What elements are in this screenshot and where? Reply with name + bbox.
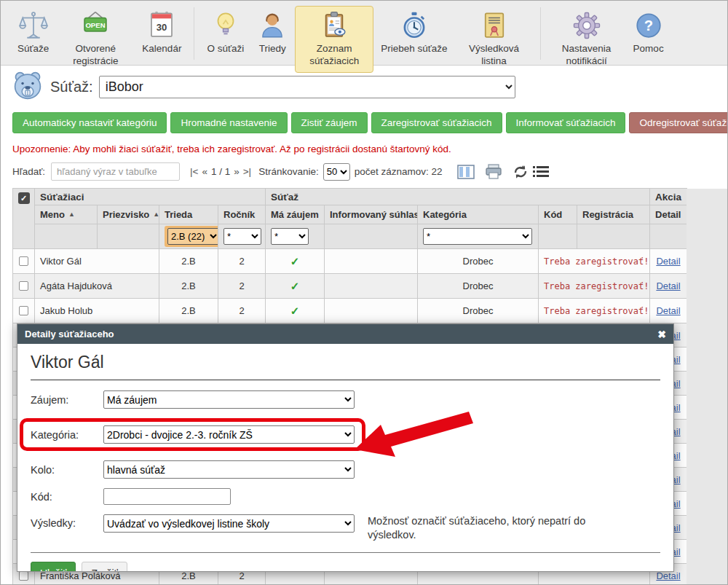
prev-page-button[interactable]: «: [202, 166, 207, 177]
person-icon: [257, 9, 288, 42]
toolbar-item-nastavenia-notifikacii[interactable]: Nastavenia notifikácií: [547, 6, 626, 73]
kolo-label: Kolo:: [31, 464, 103, 476]
search-label: Hľadať:: [12, 166, 45, 177]
cell-name: Jakub Holub: [35, 299, 159, 323]
select-all-checkbox[interactable]: ✓: [18, 192, 30, 204]
detail-link[interactable]: Detail: [656, 256, 680, 267]
toolbar-item-label: Pomoc: [633, 43, 664, 55]
sort-asc-icon: ▲: [153, 211, 159, 218]
column-header-meno[interactable]: Meno▲: [35, 205, 98, 224]
page-background: [687, 189, 727, 584]
column-header-suhlas[interactable]: Informovaný súhlas: [325, 205, 418, 224]
first-page-button[interactable]: |<: [190, 166, 198, 177]
kategoria-label: Kategória:: [31, 429, 103, 441]
bulk-settings-button[interactable]: Hromadné nastavenie: [170, 112, 287, 133]
columns-icon[interactable]: [457, 165, 475, 179]
toolbar-item-o-sutazi[interactable]: O súťaži: [201, 6, 250, 60]
trieda-filter-select[interactable]: 2.B (22): [167, 228, 218, 245]
column-header-kod[interactable]: Kód: [539, 205, 577, 224]
svg-text:30: 30: [157, 22, 167, 33]
last-page-button[interactable]: >|: [243, 166, 251, 177]
cell-ma-zaujem: ✓: [266, 249, 325, 274]
check-interest-button[interactable]: Zistiť záujem: [291, 112, 368, 133]
column-header-rocnik[interactable]: Ročník: [218, 205, 266, 224]
row-checkbox[interactable]: [19, 256, 28, 266]
unregister-contestants-button[interactable]: Odregistrovať súťažiacich: [629, 112, 728, 133]
competition-label: Súťaž:: [50, 79, 93, 95]
sort-asc-icon: ▲: [68, 211, 75, 218]
cell-kategoria: Drobec: [418, 299, 539, 323]
toolbar-item-pomoc[interactable]: ? Pomoc: [628, 6, 670, 60]
row-checkbox[interactable]: [19, 571, 28, 581]
table-row: Jakub Holub2.B2✓DrobecTreba zaregistrova…: [13, 299, 687, 323]
ma-zaujem-filter-select[interactable]: *: [271, 228, 309, 245]
modal-body: Viktor Gál Záujem: Má záujem Kategória: …: [17, 344, 673, 572]
toolbar-divider: [540, 7, 541, 60]
row-checkbox[interactable]: [19, 306, 28, 315]
column-header-kategoria[interactable]: Kategória: [418, 205, 539, 224]
toolbar-item-label: Nastavenia notifikácií: [553, 43, 620, 68]
column-header-registracia[interactable]: Registrácia: [577, 205, 650, 224]
column-header-trieda[interactable]: Trieda: [159, 205, 218, 224]
toolbar-item-label: Zoznam súťažiacich: [301, 43, 368, 68]
search-row: Hľadať: |< « 1 / 1 » >| Stránkovanie: 50…: [12, 162, 727, 181]
kolo-select[interactable]: hlavná súťaž: [103, 460, 355, 479]
column-header-priezvisko[interactable]: Priezvisko▲: [98, 205, 159, 224]
group-header-sutaz: Súťaž: [266, 189, 650, 205]
divider: [31, 380, 660, 380]
column-header-ma-zaujem[interactable]: Má záujem: [266, 205, 325, 224]
gear-icon: [571, 9, 602, 42]
toolbar-item-vysledkova-listina[interactable]: Výsledková listina: [455, 6, 534, 73]
toolbar-item-zoznam-sutaziacich[interactable]: Zoznam súťažiacich: [295, 6, 373, 73]
detail-link[interactable]: Detail: [656, 305, 680, 316]
kod-input[interactable]: [103, 488, 231, 505]
list-icon[interactable]: [533, 165, 549, 178]
divider: [31, 552, 660, 553]
cell-kategoria: Drobec: [418, 274, 539, 299]
row-checkbox[interactable]: [19, 281, 28, 291]
refresh-icon[interactable]: [513, 164, 529, 180]
detail-link[interactable]: Detail: [656, 570, 680, 581]
toolbar-item-kalendar[interactable]: 30 Kalendár: [136, 6, 187, 60]
cell-ma-zaujem: ✓: [266, 299, 325, 323]
competition-select[interactable]: iBobor: [99, 76, 515, 98]
toolbar-item-otvorene-registracie[interactable]: OPEN Otvorené registrácie: [56, 6, 135, 73]
actions-row: Automaticky nastaviť kategóriu Hromadné …: [12, 112, 728, 133]
print-icon[interactable]: [485, 164, 502, 180]
vysledky-select[interactable]: Uvádzať vo výsledkovej listine školy: [103, 514, 355, 533]
page-size-select[interactable]: 50: [323, 163, 350, 181]
inform-contestants-button[interactable]: Informovať súťažiacich: [506, 112, 626, 133]
toolbar-item-label: Triedy: [259, 43, 286, 55]
register-contestants-button[interactable]: Zaregistrovať súťažiacich: [371, 112, 502, 133]
rocnik-filter-select[interactable]: *: [223, 228, 261, 245]
cell-trieda: 2.B: [159, 274, 218, 299]
group-header-sutaziaci: Súťažiaci: [35, 189, 266, 205]
detail-modal: Detaily súťažiaceho ✖ Viktor Gál Záujem:…: [17, 323, 674, 572]
competition-row: Súťaž: iBobor: [12, 73, 727, 101]
save-button[interactable]: Uložiť: [31, 562, 76, 572]
cell-registracia: Treba zaregistrovať!: [539, 299, 650, 323]
modal-title: Detaily súťažiaceho: [25, 329, 114, 339]
kategoria-filter-select[interactable]: *: [423, 228, 532, 245]
zaujem-select[interactable]: Má záujem: [103, 390, 355, 409]
toolbar-item-triedy[interactable]: Triedy: [251, 6, 293, 60]
zaujem-field-row: Záujem: Má záujem: [31, 390, 660, 409]
cell-name: Viktor Gál: [35, 249, 159, 274]
cancel-button[interactable]: Zrušiť: [82, 562, 127, 572]
toolbar-item-sutaze[interactable]: Súťaže: [12, 6, 55, 60]
scales-icon: [18, 9, 49, 42]
toolbar-item-label: Kalendár: [142, 43, 181, 55]
close-icon[interactable]: ✖: [657, 329, 666, 339]
cell-registracia: Treba zaregistrovať!: [539, 274, 650, 299]
search-input[interactable]: [51, 162, 180, 181]
table-row: Agáta Hajduková2.B2✓DrobecTreba zaregist…: [13, 274, 687, 299]
toolbar-item-priebeh-sutaze[interactable]: Priebeh súťaže: [375, 6, 453, 60]
kategoria-select[interactable]: 2Drobci - dvojice 2.-3. ročník ZŠ: [103, 425, 355, 444]
detail-link[interactable]: Detail: [656, 280, 680, 291]
auto-category-button[interactable]: Automaticky nastaviť kategóriu: [12, 112, 167, 133]
cell-trieda: 2.B: [159, 249, 218, 274]
table-row: Viktor Gál2.B2✓DrobecTreba zaregistrovať…: [13, 249, 687, 274]
next-page-button[interactable]: »: [234, 166, 240, 177]
toolbar-item-label: O súťaži: [207, 43, 244, 55]
beaver-icon: [12, 71, 43, 103]
